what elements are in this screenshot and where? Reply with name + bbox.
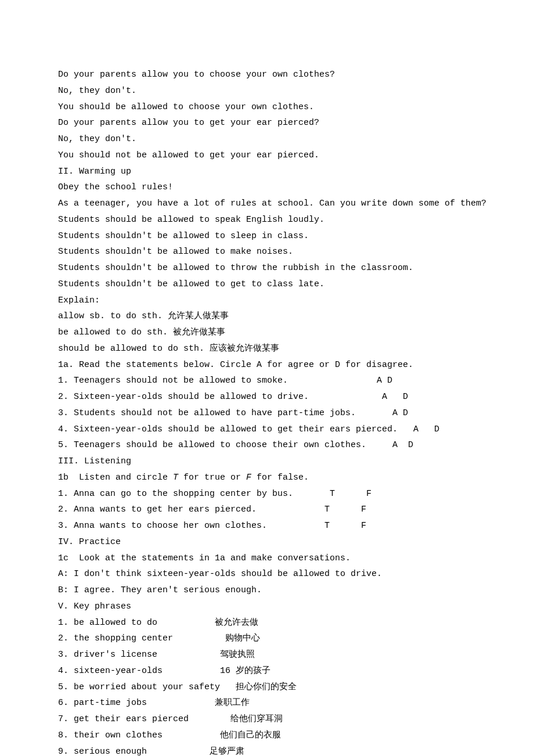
- text-line: A: I don't think sixteen-year-olds shoul…: [58, 566, 479, 582]
- text-span: for false.: [251, 473, 309, 483]
- text-line: Students shouldn't be allowed to make no…: [58, 244, 479, 260]
- text-line: 1c Look at the statements in 1a and make…: [58, 550, 479, 567]
- question-line: 2. Anna wants to get her ears pierced. T…: [58, 502, 479, 518]
- statement-line: 4. Sixteen-year-olds should be allowed t…: [58, 422, 479, 438]
- text-line: B: I agree. They aren't serious enough.: [58, 582, 479, 599]
- section-heading: III. Listening: [58, 453, 479, 470]
- text-line: should be allowed to do sth. 应该被允许做某事: [58, 341, 479, 357]
- question-line: 3. Anna wants to choose her own clothes.…: [58, 518, 479, 534]
- statement-line: 1. Teenagers should not be allowed to sm…: [58, 373, 479, 389]
- text-span: 1b Listen and circle: [58, 473, 173, 483]
- phrase-line: 2. the shopping center 购物中心: [58, 631, 479, 647]
- text-line: Do your parents allow you to get your ea…: [58, 115, 479, 131]
- phrase-line: 7. get their ears pierced 给他们穿耳洞: [58, 711, 479, 728]
- phrase-line: 6. part-time jobs 兼职工作: [58, 695, 479, 711]
- text-line: You should be allowed to choose your own…: [58, 99, 479, 116]
- phrase-line: 9. serious enough 足够严肃: [58, 744, 479, 757]
- statement-line: 3. Students should not be allowed to hav…: [58, 405, 479, 422]
- text-line: Students should be allowed to speak Engl…: [58, 212, 479, 228]
- phrase-line: 8. their own clothes 他们自己的衣服: [58, 728, 479, 744]
- document-page: Do your parents allow you to choose your…: [0, 0, 534, 756]
- text-span: for true or: [178, 473, 246, 483]
- phrase-line: 3. driver's license 驾驶执照: [58, 647, 479, 663]
- text-line: be allowed to do sth. 被允许做某事: [58, 325, 479, 341]
- phrase-line: 1. be allowed to do 被允许去做: [58, 615, 479, 631]
- text-line: Students shouldn't be allowed to get to …: [58, 276, 479, 293]
- text-line: You should not be allowed to get your ea…: [58, 147, 479, 164]
- phrase-line: 4. sixteen-year-olds 16 岁的孩子: [58, 663, 479, 679]
- statement-line: 2. Sixteen-year-olds should be allowed t…: [58, 389, 479, 405]
- section-heading: IV. Practice: [58, 534, 479, 550]
- text-line: Explain:: [58, 293, 479, 309]
- section-heading: V. Key phrases: [58, 599, 479, 615]
- text-line: Do your parents allow you to choose your…: [58, 67, 479, 83]
- text-line: As a teenager, you have a lot of rules a…: [58, 196, 479, 212]
- italic-t: T: [173, 473, 178, 483]
- phrase-line: 5. be worried about your safety 担心你们的安全: [58, 679, 479, 696]
- text-line: 1a. Read the statements below. Circle A …: [58, 357, 479, 373]
- text-line: No, they don't.: [58, 83, 479, 99]
- section-heading: II. Warming up: [58, 164, 479, 180]
- text-line: Students shouldn't be allowed to sleep i…: [58, 228, 479, 244]
- text-line: Students shouldn't be allowed to throw t…: [58, 260, 479, 276]
- text-line: allow sb. to do sth. 允许某人做某事: [58, 308, 479, 325]
- text-line: No, they don't.: [58, 131, 479, 147]
- italic-f: F: [246, 473, 251, 483]
- text-line: Obey the school rules!: [58, 179, 479, 196]
- statement-line: 5. Teenagers should be allowed to choose…: [58, 437, 479, 453]
- question-line: 1. Anna can go to the shopping center by…: [58, 486, 479, 502]
- instruction-line: 1b Listen and circle T for true or F for…: [58, 470, 479, 486]
